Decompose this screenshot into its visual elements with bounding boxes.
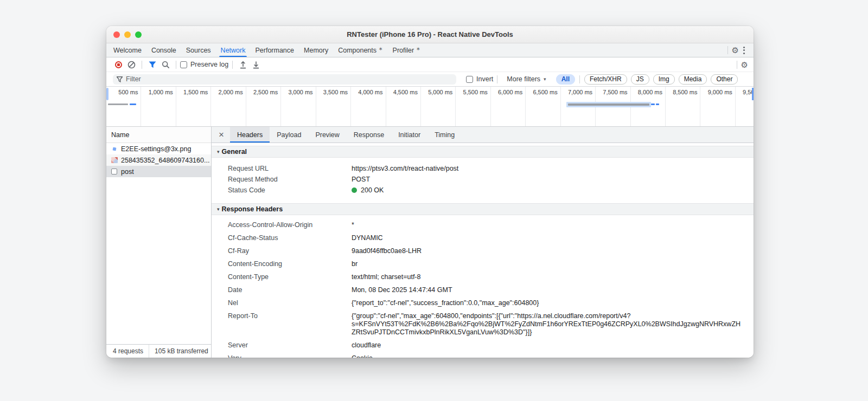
- request-list: E2EE-settings@3x.png 258435352_648609743…: [106, 143, 211, 344]
- header-name: Status Code: [228, 186, 352, 195]
- preserve-log-label: Preserve log: [190, 61, 228, 68]
- tab-console[interactable]: Console: [146, 43, 181, 57]
- import-har-button[interactable]: [237, 59, 250, 70]
- filter-pill-fetch-xhr[interactable]: Fetch/XHR: [584, 74, 627, 85]
- timeline-tick: 9,500 ms: [736, 87, 754, 126]
- title-bar: RNTester (iPhone 16 Pro) - React Native …: [106, 26, 754, 43]
- devtools-tab-bar: Welcome Console Sources Network Performa…: [106, 43, 754, 57]
- header-row-date: Date Mon, 08 Dec 2025 14:47:44 GMT: [212, 283, 754, 296]
- minimize-window-button[interactable]: [124, 31, 131, 38]
- header-name: Request URL: [228, 165, 352, 173]
- tab-performance[interactable]: Performance: [250, 43, 299, 57]
- filter-pill-media[interactable]: Media: [679, 74, 707, 85]
- timeline-left-handle[interactable]: [106, 88, 108, 100]
- timeline-tick: 3,000 ms: [281, 87, 316, 126]
- request-row-post[interactable]: post: [106, 166, 211, 177]
- transferred-size: 105 kB transferred: [155, 347, 208, 355]
- request-row-e2ee-settings[interactable]: E2EE-settings@3x.png: [106, 143, 211, 154]
- header-row-request-method: Request Method POST: [212, 174, 754, 185]
- timeline-tick: 8,500 ms: [666, 87, 700, 126]
- invert-checkbox[interactable]: [466, 76, 473, 83]
- header-value: https://ptsv3.com/t/react-native/post: [352, 165, 753, 173]
- header-name: Cf-Ray: [228, 247, 352, 255]
- filter-pill-js[interactable]: JS: [631, 74, 649, 85]
- header-value: POST: [352, 176, 753, 184]
- filter-input[interactable]: Filter: [113, 74, 456, 85]
- waterfall-bar: [130, 104, 136, 105]
- detail-tab-initiator[interactable]: Initiator: [391, 127, 427, 143]
- network-summary-bar: 4 requests 105 kB transferred: [106, 344, 211, 358]
- timeline-tick: 6,000 ms: [491, 87, 526, 126]
- name-column-header[interactable]: Name: [106, 127, 211, 143]
- filter-pill-all[interactable]: All: [556, 74, 575, 85]
- tab-label: Console: [151, 47, 176, 54]
- clear-icon: [127, 61, 136, 69]
- header-value: text/html; charset=utf-8: [352, 273, 753, 281]
- network-settings-gear-icon[interactable]: ⚙: [741, 61, 748, 69]
- image-file-icon: [111, 157, 118, 164]
- header-row-request-url: Request URL https://ptsv3.com/t/react-na…: [212, 163, 754, 174]
- header-value-line: ZRtSvuPJTDnCCTmivkxbPlnRikXL5VganLVuw%3D…: [352, 328, 753, 337]
- tab-sources[interactable]: Sources: [181, 43, 216, 57]
- filter-pill-img[interactable]: Img: [653, 74, 675, 85]
- image-file-icon: [111, 145, 118, 152]
- request-row-258435352[interactable]: 258435352_648609743160...: [106, 154, 211, 166]
- search-button[interactable]: [159, 59, 172, 70]
- requests-panel: Name E2EE-settings@3x.png 258435352_6486…: [106, 127, 212, 358]
- separator: [149, 345, 149, 358]
- header-value: 9aad0f46ffbc0ae8-LHR: [352, 247, 753, 255]
- tab-profiler[interactable]: Profiler∗: [388, 43, 425, 57]
- detail-tab-preview[interactable]: Preview: [308, 127, 346, 143]
- filter-toggle-button[interactable]: [146, 59, 159, 70]
- filter-pill-other[interactable]: Other: [711, 74, 738, 85]
- settings-gear-icon[interactable]: ⚙: [732, 46, 739, 54]
- more-filters-dropdown[interactable]: More filters ▾: [501, 75, 551, 83]
- timeline-tick: 5,500 ms: [456, 87, 490, 126]
- header-name: Report-To: [228, 312, 352, 320]
- timeline-tick: 500 ms: [106, 87, 141, 126]
- record-network-log-button[interactable]: [112, 59, 125, 70]
- close-window-button[interactable]: [113, 31, 120, 38]
- timeline-tick: 3,500 ms: [316, 87, 351, 126]
- more-filters-label: More filters: [507, 75, 540, 83]
- header-value: *: [352, 221, 753, 229]
- zoom-window-button[interactable]: [135, 31, 142, 38]
- header-value: 200 OK: [352, 186, 753, 195]
- header-row-content-type: Content-Type text/html; charset=utf-8: [212, 270, 754, 283]
- clear-network-log-button[interactable]: [125, 59, 138, 70]
- more-options-kebab-icon[interactable]: [739, 44, 749, 56]
- detail-tab-headers[interactable]: Headers: [230, 127, 270, 143]
- section-header-response-headers[interactable]: ▾ Response Headers: [212, 203, 754, 215]
- preserve-log-checkbox[interactable]: [180, 61, 187, 68]
- download-icon: [252, 61, 260, 69]
- record-icon: [115, 61, 122, 68]
- header-value: {"report_to":"cf-nel","success_fraction"…: [352, 299, 753, 307]
- network-overview-timeline[interactable]: 500 ms 1,000 ms 1,500 ms 2,000 ms 2,500 …: [106, 87, 754, 127]
- document-file-icon: [111, 168, 118, 175]
- export-har-button[interactable]: [250, 59, 263, 70]
- timeline-right-handle[interactable]: [752, 88, 754, 100]
- tab-label: Network: [221, 47, 246, 54]
- header-name: Request Method: [228, 176, 352, 184]
- request-detail-panel: × Headers Payload Preview Response Initi…: [212, 127, 754, 358]
- timeline-tick: 4,000 ms: [351, 87, 386, 126]
- section-title: Response Headers: [222, 205, 283, 213]
- tab-label: Profiler: [393, 47, 414, 54]
- detail-tab-payload[interactable]: Payload: [270, 127, 308, 143]
- triangle-collapse-icon: ▾: [217, 149, 220, 154]
- separator: [579, 75, 580, 83]
- detail-tab-response[interactable]: Response: [347, 127, 391, 143]
- detail-tab-timing[interactable]: Timing: [427, 127, 462, 143]
- waterfall-bar: [108, 104, 128, 105]
- section-title: General: [222, 148, 247, 156]
- tab-network[interactable]: Network: [216, 43, 251, 57]
- close-detail-icon[interactable]: ×: [212, 127, 230, 143]
- tab-components[interactable]: Components∗: [333, 43, 387, 57]
- tab-label: Memory: [304, 47, 328, 54]
- network-toolbar: Preserve log ⚙: [106, 57, 754, 72]
- tab-welcome[interactable]: Welcome: [108, 43, 146, 57]
- tab-label: Welcome: [113, 47, 142, 54]
- separator: [727, 46, 728, 54]
- section-header-general[interactable]: ▾ General: [212, 146, 754, 158]
- tab-memory[interactable]: Memory: [299, 43, 333, 57]
